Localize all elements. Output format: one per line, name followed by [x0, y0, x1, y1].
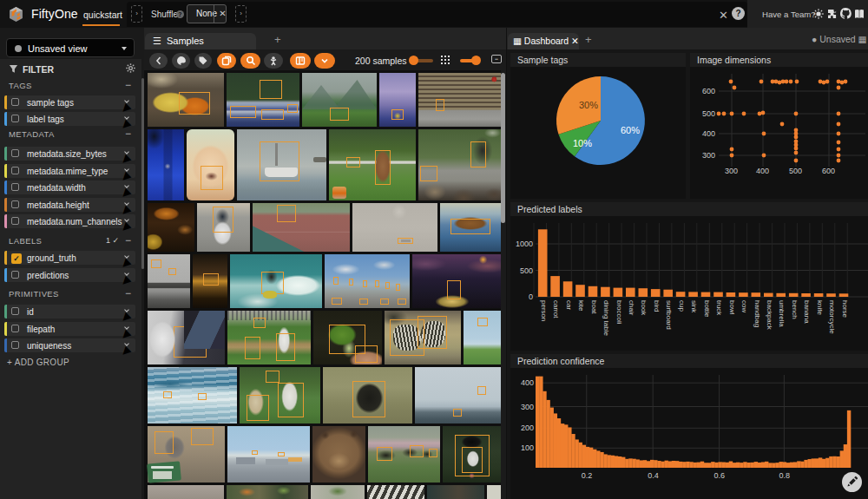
svg-text:400: 400 — [756, 167, 769, 175]
svg-text:1000: 1000 — [516, 240, 533, 248]
svg-text:300: 300 — [521, 403, 534, 411]
svg-text:0: 0 — [529, 292, 533, 301]
svg-text:400: 400 — [521, 378, 534, 387]
svg-text:0.6: 0.6 — [714, 471, 726, 480]
svg-text:500: 500 — [520, 266, 533, 275]
svg-text:200: 200 — [521, 423, 534, 432]
svg-text:0.4: 0.4 — [648, 471, 659, 480]
svg-text:400: 400 — [702, 129, 715, 138]
svg-text:60%: 60% — [621, 125, 640, 135]
svg-text:300: 300 — [725, 167, 738, 175]
svg-text:500: 500 — [702, 109, 715, 118]
svg-text:600: 600 — [822, 167, 835, 175]
svg-text:10%: 10% — [573, 138, 592, 148]
svg-text:300: 300 — [702, 151, 715, 160]
svg-text:600: 600 — [702, 87, 715, 95]
svg-text:30%: 30% — [579, 100, 598, 110]
svg-text:0.8: 0.8 — [779, 471, 790, 480]
svg-text:100: 100 — [521, 443, 534, 452]
svg-text:0.2: 0.2 — [582, 471, 593, 480]
svg-text:500: 500 — [789, 167, 802, 175]
